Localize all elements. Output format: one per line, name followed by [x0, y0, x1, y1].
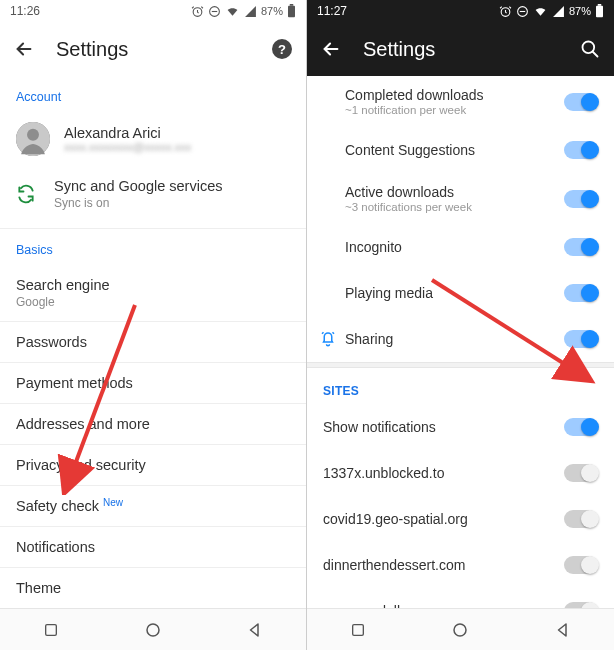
nav-back-button[interactable] [244, 619, 266, 641]
row-theme[interactable]: Theme [0, 567, 306, 608]
status-icons: 87% [499, 4, 604, 18]
row-search-engine[interactable]: Search engine Google [0, 265, 306, 321]
page-title: Settings [56, 38, 270, 61]
help-button[interactable]: ? [270, 37, 294, 61]
nav-bar [307, 608, 614, 650]
svg-line-17 [432, 280, 582, 375]
help-icon: ? [272, 39, 292, 59]
sync-row[interactable]: Sync and Google services Sync is on [0, 168, 306, 224]
search-button[interactable] [578, 37, 602, 61]
annotation-arrow-right [427, 275, 597, 405]
toggle-completed-downloads[interactable] [564, 93, 598, 111]
row-completed-downloads[interactable]: Completed downloads ~1 notification per … [307, 76, 614, 127]
row-incognito[interactable]: Incognito [307, 224, 614, 270]
site-label: dinnerthendessert.com [323, 557, 564, 573]
nav-bar [0, 608, 306, 650]
sync-icon [16, 184, 36, 204]
svg-line-9 [68, 305, 135, 483]
battery-pct: 87% [261, 5, 283, 17]
item-label: Content Suggestions [345, 142, 564, 158]
svg-point-8 [147, 624, 159, 636]
dnd-icon [516, 5, 529, 18]
new-badge: New [103, 497, 123, 508]
account-name: Alexandra Arici [64, 125, 191, 141]
item-sub: ~3 notifications per week [345, 201, 564, 213]
row-passwords[interactable]: Passwords [0, 321, 306, 362]
status-icons: 87% [191, 4, 296, 18]
toggle-content-suggestions[interactable] [564, 141, 598, 159]
phone-left: 11:26 87% Settings ? Account Alexandra A… [0, 0, 307, 650]
back-button[interactable] [319, 37, 343, 61]
row-notifications[interactable]: Notifications [0, 526, 306, 567]
section-basics: Basics [0, 228, 306, 265]
row-safety-check[interactable]: Safety checkNew [0, 485, 306, 526]
notifications-label: Notifications [16, 539, 290, 555]
search-engine-label: Search engine [16, 277, 290, 293]
arrow-left-icon [320, 38, 342, 60]
signal-icon [244, 5, 257, 18]
battery-icon [287, 4, 296, 18]
section-account: Account [0, 76, 306, 112]
nav-back-button[interactable] [552, 619, 574, 641]
row-site-0[interactable]: 1337x.unblocked.to [307, 450, 614, 496]
item-label: Active downloads [345, 184, 564, 200]
settings-body: Account Alexandra Arici xxxx.xxxxxxxx@xx… [0, 76, 306, 608]
toggle-show-notifications[interactable] [564, 418, 598, 436]
alarm-icon [499, 5, 512, 18]
sync-subtitle: Sync is on [54, 196, 222, 210]
account-email: xxxx.xxxxxxxx@xxxxx.xxx [64, 141, 191, 153]
toggle-incognito[interactable] [564, 238, 598, 256]
svg-rect-13 [598, 4, 602, 6]
row-site-3[interactable]: gourmandelle.com [307, 588, 614, 608]
toggle-site-0[interactable] [564, 464, 598, 482]
row-active-downloads[interactable]: Active downloads ~3 notifications per we… [307, 173, 614, 224]
signal-icon [552, 5, 565, 18]
site-label: 1337x.unblocked.to [323, 465, 564, 481]
alarm-icon [191, 5, 204, 18]
row-payment-methods[interactable]: Payment methods [0, 362, 306, 403]
battery-pct: 87% [569, 5, 591, 17]
svg-point-6 [27, 129, 39, 141]
battery-icon [595, 4, 604, 18]
svg-point-16 [454, 624, 466, 636]
row-site-2[interactable]: dinnerthendessert.com [307, 542, 614, 588]
toggle-site-2[interactable] [564, 556, 598, 574]
toggle-site-3[interactable] [564, 602, 598, 608]
avatar [16, 122, 50, 156]
nav-home-button[interactable] [142, 619, 164, 641]
row-show-notifications[interactable]: Show notifications [307, 404, 614, 450]
toggle-active-downloads[interactable] [564, 190, 598, 208]
phone-right: 11:27 87% Settings Completed downloads ~… [307, 0, 614, 650]
row-privacy[interactable]: Privacy and security [0, 444, 306, 485]
search-icon [580, 39, 600, 59]
item-label: Incognito [345, 239, 564, 255]
row-site-1[interactable]: covid19.geo-spatial.org [307, 496, 614, 542]
arrow-left-icon [13, 38, 35, 60]
svg-rect-3 [290, 4, 294, 6]
nav-recent-button[interactable] [347, 619, 369, 641]
toggle-site-1[interactable] [564, 510, 598, 528]
nav-recent-button[interactable] [40, 619, 62, 641]
nav-home-button[interactable] [449, 619, 471, 641]
dnd-icon [208, 5, 221, 18]
status-bar: 11:27 87% [307, 0, 614, 22]
row-content-suggestions[interactable]: Content Suggestions [307, 127, 614, 173]
svg-rect-12 [596, 6, 603, 17]
wifi-icon [225, 5, 240, 18]
status-time: 11:26 [10, 4, 40, 18]
sync-title: Sync and Google services [54, 178, 222, 194]
item-label: Completed downloads [345, 87, 564, 103]
item-sub: ~1 notification per week [345, 104, 564, 116]
svg-rect-7 [46, 624, 57, 635]
annotation-arrow-left [50, 295, 150, 495]
site-label: covid19.geo-spatial.org [323, 511, 564, 527]
app-header: Settings [307, 22, 614, 76]
row-addresses[interactable]: Addresses and more [0, 403, 306, 444]
back-button[interactable] [12, 37, 36, 61]
svg-rect-15 [353, 624, 364, 635]
status-bar: 11:26 87% [0, 0, 306, 22]
item-label: Show notifications [323, 419, 564, 435]
wifi-icon [533, 5, 548, 18]
theme-label: Theme [16, 580, 290, 596]
account-row[interactable]: Alexandra Arici xxxx.xxxxxxxx@xxxxx.xxx [0, 112, 306, 168]
